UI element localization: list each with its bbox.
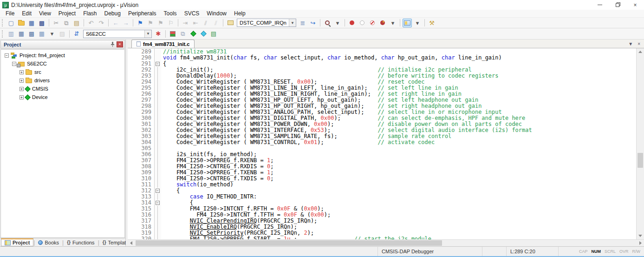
uncomment-selection-icon[interactable]: ⫽ (211, 19, 221, 27)
configure-icon[interactable]: ⚒ (427, 19, 436, 27)
fold-margin[interactable] (155, 206, 161, 212)
expand-icon[interactable]: + (20, 70, 24, 74)
breakpoint-dropdown-icon[interactable]: ▾ (388, 19, 397, 27)
fold-collapse-icon[interactable]: − (156, 201, 160, 205)
code-line-304[interactable]: 304 Codec_WriteRegister ( WM8731_CONTROL… (128, 139, 636, 145)
tab-books[interactable]: Books (35, 238, 62, 246)
interrupt-combo[interactable]: DSTC_COMP_IRQn▼ (237, 19, 296, 27)
pack-installer-icon[interactable] (189, 29, 198, 38)
horizontal-scrollbar[interactable] (128, 239, 644, 246)
tree-item-project-fm4-project[interactable]: −Project: fm4_project (1, 51, 124, 59)
fold-margin[interactable] (155, 91, 161, 97)
fold-margin[interactable] (155, 67, 161, 73)
menu-view[interactable]: View (35, 10, 55, 17)
batch-build-icon[interactable]: ▦ (37, 29, 46, 38)
panel-close-icon[interactable]: × (117, 41, 123, 47)
notebook-icon[interactable] (226, 19, 235, 27)
fold-margin[interactable] (155, 109, 161, 115)
comment-selection-icon[interactable]: ⫽ (201, 19, 210, 27)
expand-icon[interactable]: + (20, 95, 24, 99)
menu-svcs[interactable]: SVCS (181, 10, 203, 17)
fold-margin[interactable] (155, 97, 161, 103)
tab-functions[interactable]: {}Functions (64, 238, 98, 246)
fold-margin[interactable] (155, 49, 161, 55)
fold-collapse-icon[interactable]: − (156, 189, 160, 193)
rebuild-all-icon[interactable]: ▩ (27, 29, 36, 38)
menu-debug[interactable]: Debug (101, 10, 124, 17)
disable-all-breakpoints-icon[interactable] (368, 19, 377, 27)
cut-icon[interactable]: ✂ (52, 19, 61, 27)
fold-margin[interactable] (155, 139, 161, 145)
fold-margin[interactable] (155, 103, 161, 109)
menu-project[interactable]: Project (55, 10, 79, 17)
fold-margin[interactable] (155, 115, 161, 121)
toolbar-grip[interactable] (2, 30, 4, 38)
fold-margin[interactable] (155, 152, 161, 158)
fold-margin[interactable]: − (155, 188, 161, 194)
redo-icon[interactable]: ↷ (97, 19, 106, 27)
manage-rte-icon[interactable] (168, 29, 177, 38)
chevron-down-icon[interactable]: ▼ (144, 30, 151, 38)
stop-build-icon[interactable]: ▨ (58, 29, 67, 38)
tree-item-drivers[interactable]: +drivers (1, 76, 124, 85)
layout-dropdown-icon[interactable]: ▾ (413, 19, 422, 27)
build-icon[interactable]: ▦ (17, 29, 26, 38)
copy-icon[interactable]: ⧉ (62, 19, 71, 27)
fold-margin[interactable] (155, 164, 161, 170)
fold-margin[interactable] (155, 121, 161, 127)
manage-books-icon[interactable]: ▤ (209, 29, 218, 38)
manage-project-items-icon[interactable]: ⧉ (178, 29, 188, 38)
window-layout-icon[interactable] (403, 19, 412, 27)
menu-tools[interactable]: Tools (160, 10, 181, 17)
fold-margin[interactable] (155, 182, 161, 188)
fold-margin[interactable] (155, 224, 161, 230)
target-combo[interactable]: S6E2CC▼ (83, 30, 152, 38)
bookmark-clear-icon[interactable]: ⚐ (166, 19, 176, 27)
fold-margin[interactable] (155, 85, 161, 91)
open-file-icon[interactable] (17, 19, 26, 27)
collapse-icon[interactable]: − (12, 62, 16, 66)
toggle-breakpoint-icon[interactable] (347, 19, 357, 27)
navigate-forward-icon[interactable]: → (121, 19, 130, 27)
new-file-icon[interactable]: ▢ (7, 19, 16, 27)
minimize-button[interactable] (591, 0, 609, 10)
vertical-scrollbar[interactable] (636, 48, 644, 239)
menu-peripherals[interactable]: Peripherals (124, 10, 160, 17)
restore-button[interactable] (609, 0, 626, 10)
fold-margin[interactable]: − (155, 200, 161, 206)
bookmark-previous-icon[interactable]: ⚑ (156, 19, 165, 27)
paste-icon[interactable]: ▤ (72, 19, 81, 27)
tree-item-s6e2cc[interactable]: −S6E2CC (1, 59, 124, 68)
scroll-right-icon[interactable] (637, 240, 644, 246)
download-icon[interactable]: ⇵ (72, 29, 81, 38)
tab-close-icon[interactable]: × (637, 41, 640, 46)
debug-session-icon[interactable] (323, 19, 332, 27)
tree-item-cmsis[interactable]: +CMSIS (1, 85, 124, 93)
pin-icon[interactable] (109, 41, 116, 47)
bookmark-toggle-icon[interactable]: ⚑ (136, 19, 145, 27)
tab-project[interactable]: Project (1, 238, 33, 246)
fold-margin[interactable] (155, 176, 161, 182)
tab-fm4-wm8731-init[interactable]: fm4_wm8731_init.c (131, 40, 195, 48)
horizontal-scroll-thumb[interactable] (136, 240, 442, 246)
select-packs-icon[interactable] (199, 29, 208, 38)
enable-breakpoint-icon[interactable] (358, 19, 367, 27)
expand-icon[interactable]: + (20, 87, 24, 91)
save-all-icon[interactable]: ▩ (37, 19, 46, 27)
tree-item-src[interactable]: +src (1, 68, 124, 76)
horizontal-scroll-track[interactable] (135, 240, 637, 246)
fold-margin[interactable] (155, 127, 161, 133)
vertical-scroll-track[interactable] (637, 55, 644, 232)
fold-margin[interactable] (155, 236, 161, 239)
goto-icon[interactable]: ↪ (308, 19, 318, 27)
fold-collapse-icon[interactable]: − (156, 62, 160, 66)
menu-edit[interactable]: Edit (18, 10, 35, 17)
bookmark-next-icon[interactable]: ⚑ (146, 19, 155, 27)
find-in-files-icon[interactable]: ≣ (298, 19, 307, 27)
indent-right-icon[interactable]: ⇥ (181, 19, 190, 27)
code-line-320[interactable]: 320 FM4_I2S0->OPRREG_f.START = 1u ; // s… (128, 236, 636, 239)
fold-margin[interactable] (155, 230, 161, 236)
fold-margin[interactable] (155, 79, 161, 85)
code-line-311[interactable]: 311 switch(io_method) (128, 182, 636, 188)
fold-margin[interactable] (155, 55, 161, 61)
